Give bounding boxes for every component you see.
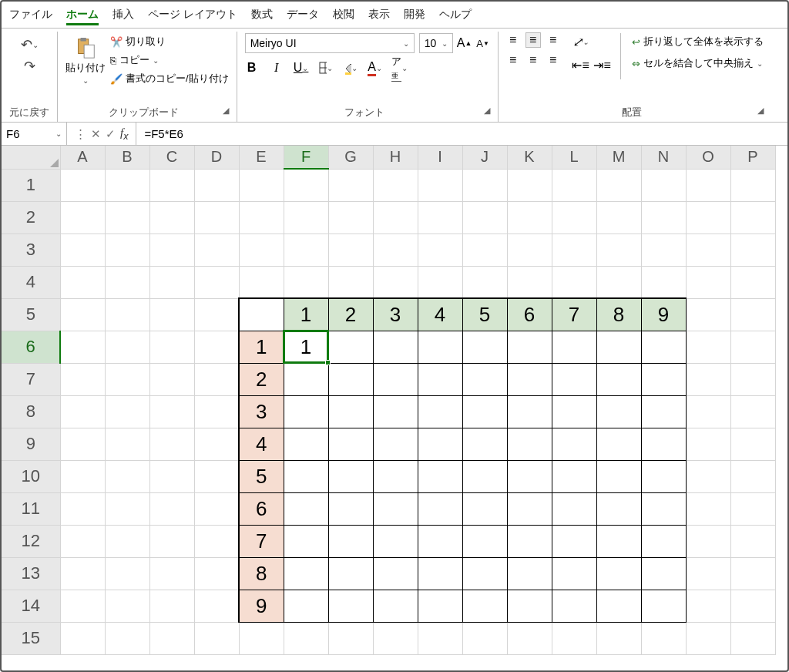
cell-N10[interactable] xyxy=(641,460,686,492)
cell-I5[interactable]: 4 xyxy=(418,298,462,331)
cell-J5[interactable]: 5 xyxy=(462,298,507,331)
cell-L15[interactable] xyxy=(552,622,596,654)
cell-C9[interactable] xyxy=(149,428,194,460)
cell-M7[interactable] xyxy=(596,363,641,395)
align-bottom-icon[interactable]: ≡ xyxy=(546,33,560,47)
col-header-E[interactable]: E xyxy=(239,146,284,169)
cell-C13[interactable] xyxy=(149,557,194,590)
cell-J9[interactable] xyxy=(462,428,507,460)
cell-H4[interactable] xyxy=(373,266,418,298)
cell-G9[interactable] xyxy=(328,428,373,460)
cell-P7[interactable] xyxy=(730,363,775,395)
cell-I10[interactable] xyxy=(418,460,462,492)
cell-N9[interactable] xyxy=(641,428,686,460)
cell-B10[interactable] xyxy=(105,460,149,492)
fill-color-icon[interactable]: ⌄ xyxy=(344,61,358,75)
cell-F15[interactable] xyxy=(284,622,328,654)
cell-G12[interactable] xyxy=(328,525,373,557)
cancel-formula-icon[interactable]: ✕ xyxy=(91,127,101,141)
cell-N14[interactable] xyxy=(641,590,686,622)
row-header-4[interactable]: 4 xyxy=(2,266,60,298)
cell-A1[interactable] xyxy=(60,169,105,201)
cell-P2[interactable] xyxy=(730,201,775,234)
cell-E4[interactable] xyxy=(239,266,284,298)
cell-K12[interactable] xyxy=(507,525,552,557)
wrap-text-button[interactable]: ↩ 折り返して全体を表示する xyxy=(632,35,764,49)
cell-D5[interactable] xyxy=(194,298,239,331)
cell-G10[interactable] xyxy=(328,460,373,492)
cell-J4[interactable] xyxy=(462,266,507,298)
cell-I1[interactable] xyxy=(418,169,462,201)
cell-N7[interactable] xyxy=(641,363,686,395)
cell-H15[interactable] xyxy=(373,622,418,654)
cell-K15[interactable] xyxy=(507,622,552,654)
cell-G5[interactable]: 2 xyxy=(328,298,373,331)
cell-N11[interactable] xyxy=(641,492,686,525)
cell-M9[interactable] xyxy=(596,428,641,460)
cell-F7[interactable] xyxy=(284,363,328,395)
cell-O2[interactable] xyxy=(686,201,730,234)
cell-M2[interactable] xyxy=(596,201,641,234)
cell-M5[interactable]: 8 xyxy=(596,298,641,331)
cut-button[interactable]: ✂️ 切り取り xyxy=(110,35,229,49)
undo-icon[interactable]: ↶ ⌄ xyxy=(22,38,36,52)
cell-M3[interactable] xyxy=(596,234,641,266)
font-dialog-icon[interactable]: ◢ xyxy=(484,106,490,116)
cell-G2[interactable] xyxy=(328,201,373,234)
align-middle-icon[interactable]: ≡ xyxy=(526,33,540,47)
align-top-icon[interactable]: ≡ xyxy=(506,33,520,47)
menu-home[interactable]: ホーム xyxy=(66,6,99,25)
cell-G3[interactable] xyxy=(328,234,373,266)
cell-D4[interactable] xyxy=(194,266,239,298)
col-header-J[interactable]: J xyxy=(462,146,507,169)
menu-help[interactable]: ヘルプ xyxy=(439,6,472,25)
cell-G15[interactable] xyxy=(328,622,373,654)
cell-M13[interactable] xyxy=(596,557,641,590)
cell-A7[interactable] xyxy=(60,363,105,395)
cell-L14[interactable] xyxy=(552,590,596,622)
cell-N13[interactable] xyxy=(641,557,686,590)
cell-I3[interactable] xyxy=(418,234,462,266)
cell-O10[interactable] xyxy=(686,460,730,492)
cell-B12[interactable] xyxy=(105,525,149,557)
cell-F14[interactable] xyxy=(284,590,328,622)
cell-M11[interactable] xyxy=(596,492,641,525)
cell-O8[interactable] xyxy=(686,395,730,428)
row-header-10[interactable]: 10 xyxy=(2,460,60,492)
cell-H9[interactable] xyxy=(373,428,418,460)
menu-insert[interactable]: 挿入 xyxy=(112,6,134,25)
cell-N4[interactable] xyxy=(641,266,686,298)
cell-N15[interactable] xyxy=(641,622,686,654)
cell-E12[interactable]: 7 xyxy=(239,525,284,557)
col-header-M[interactable]: M xyxy=(596,146,641,169)
cell-P12[interactable] xyxy=(730,525,775,557)
cell-H8[interactable] xyxy=(373,395,418,428)
col-header-C[interactable]: C xyxy=(149,146,194,169)
align-right-icon[interactable]: ≡ xyxy=(546,53,560,67)
cell-I15[interactable] xyxy=(418,622,462,654)
formula-input[interactable]: =F5*E6 xyxy=(136,127,787,140)
cell-G7[interactable] xyxy=(328,363,373,395)
cell-M15[interactable] xyxy=(596,622,641,654)
cell-K11[interactable] xyxy=(507,492,552,525)
cell-I13[interactable] xyxy=(418,557,462,590)
cell-N12[interactable] xyxy=(641,525,686,557)
cell-H6[interactable] xyxy=(373,331,418,363)
cell-L10[interactable] xyxy=(552,460,596,492)
align-dialog-icon[interactable]: ◢ xyxy=(757,106,764,116)
font-size-select[interactable]: 10⌄ xyxy=(419,33,453,53)
font-name-select[interactable]: Meiryo UI⌄ xyxy=(245,33,415,53)
italic-icon[interactable]: I xyxy=(270,61,284,75)
cell-O11[interactable] xyxy=(686,492,730,525)
col-header-N[interactable]: N xyxy=(641,146,686,169)
cell-D10[interactable] xyxy=(194,460,239,492)
cell-K7[interactable] xyxy=(507,363,552,395)
cell-O9[interactable] xyxy=(686,428,730,460)
cell-P4[interactable] xyxy=(730,266,775,298)
row-header-9[interactable]: 9 xyxy=(2,428,60,460)
cell-D3[interactable] xyxy=(194,234,239,266)
cell-P1[interactable] xyxy=(730,169,775,201)
cell-F11[interactable] xyxy=(284,492,328,525)
row-header-2[interactable]: 2 xyxy=(2,201,60,234)
cell-E15[interactable] xyxy=(239,622,284,654)
